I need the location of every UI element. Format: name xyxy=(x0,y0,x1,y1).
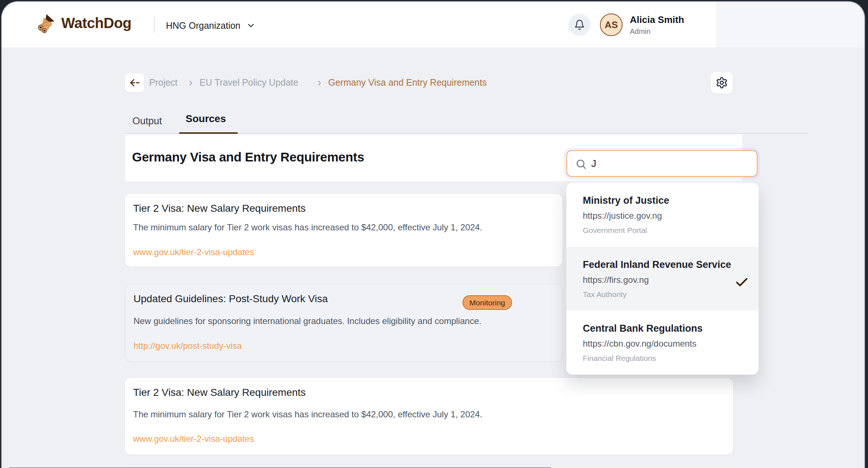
monitoring-badge: Monitoring xyxy=(462,295,512,310)
source-card-title: Tier 2 Visa: New Salary Requirements xyxy=(133,387,306,398)
breadcrumb-parent[interactable]: EU Travel Policy Update xyxy=(199,77,298,88)
search-input[interactable] xyxy=(591,151,752,176)
dropdown-item-selected[interactable]: Federal Inland Revenue Service https://f… xyxy=(566,247,759,311)
page-title: Germany Visa and Entry Requirements xyxy=(132,150,364,164)
dropdown-item-title: Federal Inland Revenue Service xyxy=(583,259,744,270)
check-icon xyxy=(735,275,749,290)
organization-selector[interactable]: HNG Organization xyxy=(166,18,256,33)
dropdown-item-tag: Government Portal xyxy=(583,226,744,235)
source-card[interactable]: Updated Guidelines: Post-Study Work Visa… xyxy=(125,284,562,362)
user-role: Admin xyxy=(630,27,651,36)
dropdown-item-url: https://firs.gov.ng xyxy=(583,275,744,285)
user-name: Alicia Smith xyxy=(630,14,684,26)
brand-name: WatchDog xyxy=(61,15,131,31)
chevron-right-icon xyxy=(315,79,323,87)
settings-button[interactable] xyxy=(711,72,733,94)
active-tab-underline xyxy=(179,132,238,134)
source-card-title: Tier 2 Visa: New Salary Requirements xyxy=(133,203,306,214)
header-divider xyxy=(154,17,155,33)
source-card-link[interactable]: www.gov.uk/tier-2-visa-updates xyxy=(133,434,254,444)
app-window: WatchDog HNG Organization AS Alicia Smit… xyxy=(1,1,865,468)
watchdog-logo-icon xyxy=(36,13,58,34)
breadcrumb-project[interactable]: Project xyxy=(149,77,178,88)
source-card-link[interactable]: www.gov.uk/tier-2-visa-updates xyxy=(133,247,254,257)
dropdown-item-title: Central Bank Regulations xyxy=(583,323,744,334)
dropdown-item-url: https://justice.gov.ng xyxy=(583,211,744,221)
gear-icon xyxy=(716,77,728,89)
user-avatar[interactable]: AS xyxy=(600,13,623,36)
source-card[interactable]: Tier 2 Visa: New Salary Requirements The… xyxy=(125,194,562,266)
chevron-down-icon xyxy=(246,21,256,30)
source-card[interactable]: Tier 2 Visa: New Salary Requirements The… xyxy=(125,378,733,455)
dropdown-item-tag: Financial Regulations xyxy=(583,354,744,363)
source-card-description: The minimum salary for Tier 2 work visas… xyxy=(133,222,482,233)
dropdown-item-tag: Tax Authority xyxy=(583,290,744,299)
source-card-description: The minimum salary for Tier 2 work visas… xyxy=(133,409,482,420)
source-card-description: New guidelines for sponsoring internatio… xyxy=(133,316,481,326)
breadcrumb-current: Germany Visa and Entry Requirements xyxy=(328,77,487,88)
source-card-title: Updated Guidelines: Post-Study Work Visa xyxy=(133,293,328,305)
dropdown-item-url: https://cbn.gov.ng/documents xyxy=(583,339,744,349)
arrow-left-icon xyxy=(129,77,140,88)
chevron-right-icon xyxy=(187,79,195,87)
source-search xyxy=(566,150,757,177)
search-icon xyxy=(575,158,587,170)
dropdown-item[interactable]: Ministry of Justice https://justice.gov.… xyxy=(566,183,759,247)
organization-name: HNG Organization xyxy=(166,20,240,31)
dropdown-item-title: Ministry of Justice xyxy=(583,195,744,206)
source-card-link[interactable]: http://gov.uk/post-study-visa xyxy=(133,341,242,351)
search-results-dropdown: Ministry of Justice https://justice.gov.… xyxy=(566,183,759,375)
dropdown-item[interactable]: Central Bank Regulations https://cbn.gov… xyxy=(566,311,759,375)
tab-output[interactable]: Output xyxy=(132,116,162,127)
tab-sources[interactable]: Sources xyxy=(186,113,226,125)
notifications-button[interactable] xyxy=(569,14,590,36)
bell-icon xyxy=(574,19,585,30)
back-button[interactable] xyxy=(125,73,144,92)
